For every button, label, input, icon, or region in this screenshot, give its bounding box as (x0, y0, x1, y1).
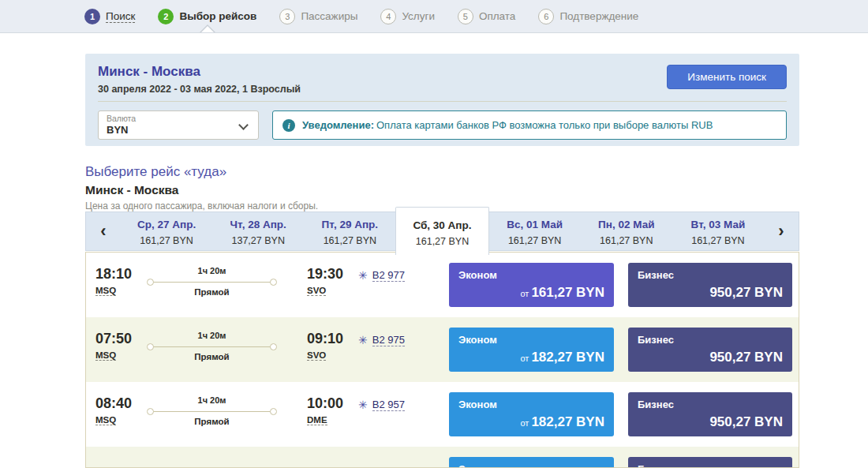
departure-airport-code[interactable]: MSQ (95, 350, 116, 361)
flight-row: 18:10 MSQ 1ч 20м Прямой 19:30 SVO ✳ B2 9… (86, 253, 799, 317)
departure-time: 08:40 (95, 395, 132, 412)
select-flight-route: Минск - Москва (85, 183, 318, 197)
step-number-badge: 5 (458, 9, 473, 24)
fare-price: 950,27 BYN (709, 414, 783, 430)
departure-airport-code[interactable]: MSQ (95, 286, 116, 296)
flight-number[interactable]: ✳ B2 975 (358, 334, 405, 346)
step-label: Услуги (402, 10, 435, 22)
fare-class-label: Бизнес (638, 463, 783, 468)
departure-block: 18:10 MSQ (95, 266, 132, 297)
next-dates-arrow[interactable]: › (764, 212, 799, 250)
flight-row: 08:40 MSQ 1ч 20м Прямой 10:00 DME ✳ B2 9… (86, 382, 799, 447)
info-icon: i (282, 119, 295, 132)
select-flight-heading: Выберите рейс «туда» (85, 164, 318, 180)
flight-row: Эконом Бизнес (86, 447, 799, 468)
flight-timeline: 1ч 20м Прямой (147, 253, 277, 317)
step-number-badge: 3 (279, 9, 295, 24)
step-number-badge: 4 (380, 9, 396, 24)
fare-price: 950,27 BYN (709, 350, 783, 365)
airline-logo-icon: ✳ (358, 335, 368, 346)
flight-duration: 1ч 20м (147, 331, 277, 340)
step-confirmation: 6 Подтверждение (538, 9, 638, 24)
panel-divider (98, 101, 787, 102)
step-label[interactable]: Поиск (106, 10, 135, 23)
timeline-line (150, 411, 274, 412)
business-fare-button[interactable]: Бизнес 950,27 BYN (628, 263, 792, 307)
from-prefix: от (520, 354, 529, 363)
timeline-dot (147, 279, 154, 286)
flight-number-text: B2 977 (372, 269, 405, 282)
stops-label: Прямой (147, 287, 277, 297)
flight-duration: 1ч 20м (147, 266, 277, 275)
fare-price: от182,27 BYN (520, 350, 604, 365)
date-tab[interactable]: Чт, 28 Апр. 137,27 BYN (212, 212, 304, 250)
stepper-bar: 1 Поиск 2 Выбор рейсов 3 Пассажиры 4 Усл… (0, 0, 868, 33)
arrival-airport-code[interactable]: SVO (307, 350, 326, 361)
date-tab[interactable]: Вт, 03 Май 161,27 BYN (672, 212, 764, 250)
flight-number[interactable]: ✳ B2 957 (358, 399, 405, 411)
fare-class-label: Бизнес (638, 269, 783, 281)
fare-price-value: 182,27 BYN (531, 350, 604, 365)
fare-class-label: Эконом (458, 399, 604, 410)
business-fare-button[interactable]: Бизнес 950,27 BYN (628, 328, 792, 372)
business-fare-button[interactable]: Бизнес (628, 457, 792, 468)
timeline-dot (270, 279, 277, 286)
date-tab-active[interactable]: Сб, 30 Апр. 161,27 BYN (395, 207, 488, 255)
active-step-caret-inner (201, 26, 214, 32)
departure-block: 07:50 MSQ (95, 331, 132, 361)
change-search-button[interactable]: Изменить поиск (667, 65, 787, 89)
arrival-block: 19:30 SVO (307, 266, 343, 297)
date-tab[interactable]: Вс, 01 Май 161,27 BYN (489, 212, 581, 250)
fare-class-label: Бизнес (638, 334, 783, 346)
price-note: Цена за одного пассажира, включая налоги… (85, 200, 318, 212)
economy-fare-button[interactable]: Эконом от182,27 BYN (449, 328, 614, 372)
fare-price: от161,27 BYN (520, 285, 604, 301)
arrival-airport-code[interactable]: SVO (307, 286, 326, 296)
step-label: Оплата (479, 10, 515, 22)
arrival-block: 10:00 DME (307, 395, 343, 426)
step-number-badge: 1 (84, 9, 100, 24)
currency-label: Валюта (107, 114, 250, 123)
airline-logo-icon: ✳ (358, 270, 368, 281)
date-tab-day: Сб, 30 Апр. (396, 219, 488, 231)
flight-number[interactable]: ✳ B2 977 (358, 269, 405, 282)
step-search[interactable]: 1 Поиск (84, 9, 135, 24)
timeline-dot (270, 343, 277, 350)
date-tab-price: 161,27 BYN (672, 235, 764, 246)
fare-price-value: 182,27 BYN (531, 414, 604, 429)
date-tab-day: Чт, 28 Апр. (212, 219, 304, 230)
step-number-badge: 2 (158, 9, 174, 24)
date-tab-day: Вт, 03 Май (672, 219, 764, 230)
economy-fare-button[interactable]: Эконом от161,27 BYN (449, 263, 614, 307)
fare-class-label: Эконом (458, 334, 604, 346)
select-flight-block: Выберите рейс «туда» Минск - Москва Цена… (85, 164, 318, 212)
departure-airport-code[interactable]: MSQ (95, 415, 116, 425)
from-prefix: от (520, 289, 529, 298)
stops-label: Прямой (147, 352, 277, 361)
economy-fare-button[interactable]: Эконом (449, 457, 614, 468)
date-tab-day: Пн, 02 Май (581, 219, 672, 230)
timeline-line (150, 282, 274, 283)
business-fare-button[interactable]: Бизнес 950,27 BYN (628, 392, 792, 436)
flight-row: 07:50 MSQ 1ч 20м Прямой 09:10 SVO ✳ B2 9… (86, 317, 799, 382)
date-tab-price: 161,27 BYN (304, 235, 395, 246)
prev-dates-arrow[interactable]: ‹ (86, 212, 121, 250)
timeline-dot (147, 343, 154, 350)
fare-class-label: Эконом (458, 463, 604, 468)
fare-class-label: Эконом (458, 269, 604, 281)
step-flight-selection[interactable]: 2 Выбор рейсов (158, 9, 256, 24)
timeline-dot (147, 408, 154, 415)
arrival-airport-code[interactable]: DME (307, 415, 327, 425)
date-tab[interactable]: Пт, 29 Апр. 161,27 BYN (304, 212, 395, 250)
flight-number-text: B2 957 (372, 399, 405, 411)
notification-banner: i Уведомление:Оплата картами банков РФ в… (272, 110, 787, 140)
arrival-time: 19:30 (307, 266, 343, 283)
currency-select[interactable]: Валюта BYN (98, 110, 259, 140)
airline-logo-icon: ✳ (358, 399, 368, 410)
date-tab-price: 161,27 BYN (396, 236, 488, 247)
date-tab[interactable]: Ср, 27 Апр. 161,27 BYN (121, 212, 212, 250)
departure-block: 08:40 MSQ (95, 395, 132, 426)
date-tab[interactable]: Пн, 02 Май 161,27 BYN (581, 212, 672, 250)
economy-fare-button[interactable]: Эконом от182,27 BYN (449, 392, 614, 436)
flight-timeline: 1ч 20м Прямой (147, 382, 277, 447)
